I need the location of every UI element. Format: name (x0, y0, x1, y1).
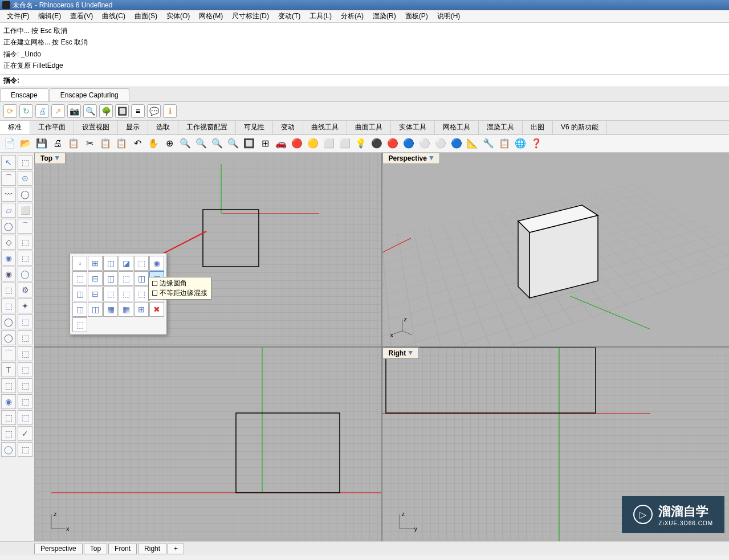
toolbar-tab-v6new[interactable]: V6 的新功能 (553, 121, 607, 134)
plugin-btn[interactable]: 💬 (147, 104, 161, 118)
left-tool-btn[interactable]: ⬚ (18, 155, 32, 170)
toolbar-tab-layout[interactable]: 工作视窗配置 (178, 121, 236, 134)
main-toolbar-btn[interactable]: 📐 (465, 136, 480, 151)
menu-curve[interactable]: 曲线(C) (97, 10, 130, 22)
left-tool-btn[interactable]: ◉ (1, 267, 16, 281)
menu-render[interactable]: 渲染(R) (368, 10, 401, 22)
left-tool-btn[interactable]: ⬚ (18, 251, 32, 265)
menu-mesh[interactable]: 网格(M) (194, 10, 227, 22)
flyout-tool-btn[interactable]: ◫ (134, 271, 149, 286)
toolbar-tab-display[interactable]: 显示 (118, 121, 148, 134)
toolbar-tab-cplane[interactable]: 工作平面 (30, 121, 74, 134)
left-tool-btn[interactable]: ⌒ (1, 346, 16, 361)
flyout-tool-btn[interactable]: ⬚ (119, 271, 133, 286)
main-toolbar-btn[interactable]: 📋 (497, 136, 512, 151)
toolbar-tab-standard[interactable]: 标准 (0, 121, 30, 134)
viewport-label-right[interactable]: Right (382, 348, 420, 359)
left-tool-btn[interactable]: ⌒ (18, 219, 32, 234)
left-tool-btn[interactable]: ◉ (1, 251, 16, 265)
toolbar-tab-visibility[interactable]: 可见性 (236, 121, 273, 134)
menu-transform[interactable]: 变动(T) (274, 10, 305, 22)
main-toolbar-btn[interactable]: ❓ (529, 136, 544, 151)
left-tool-btn[interactable]: ⬚ (1, 410, 16, 425)
toolbar-tab-select[interactable]: 选取 (148, 121, 178, 134)
toolbar-tab-solid[interactable]: 实体工具 (391, 121, 435, 134)
main-toolbar-btn[interactable]: 🔲 (242, 136, 256, 151)
main-toolbar-btn[interactable]: ⬜ (337, 136, 352, 151)
menu-dimension[interactable]: 尺寸标注(D) (227, 10, 274, 22)
main-toolbar-btn[interactable]: ⊕ (162, 136, 177, 151)
plugin-btn[interactable]: ↗ (51, 104, 65, 118)
plugin-btn[interactable]: 🖨 (35, 104, 49, 118)
command-line[interactable]: 指令: (0, 75, 729, 87)
left-tool-btn[interactable]: ⌒ (1, 171, 16, 186)
flyout-tool-btn[interactable]: ⬚ (119, 287, 133, 301)
main-toolbar-btn[interactable]: 📋 (66, 136, 81, 151)
plugin-btn[interactable]: ↻ (19, 104, 33, 118)
toolbar-tab-transform[interactable]: 变动 (273, 121, 303, 134)
main-toolbar-btn[interactable]: ⬜ (321, 136, 336, 151)
left-tool-btn[interactable]: ⬚ (18, 346, 32, 361)
menu-panels[interactable]: 面板(P) (401, 10, 433, 22)
main-toolbar-btn[interactable]: 🔴 (385, 136, 400, 151)
main-toolbar-btn[interactable]: 🌐 (513, 136, 528, 151)
main-toolbar-btn[interactable]: 📂 (18, 136, 33, 151)
left-tool-btn[interactable]: ✦ (18, 299, 32, 313)
viewport-right[interactable]: Right z y ▷ 溜溜自学 ZiXUE.3D66.COM (382, 348, 730, 541)
main-toolbar-btn[interactable]: 🔍 (178, 136, 193, 151)
tab-enscape[interactable]: Enscape (0, 88, 48, 101)
flyout-tool-btn[interactable]: ⊟ (88, 271, 103, 286)
left-tool-btn[interactable]: ⬚ (1, 378, 16, 393)
left-tool-btn[interactable]: ⬚ (1, 283, 16, 297)
left-tool-btn[interactable]: ⬚ (18, 314, 32, 329)
main-toolbar-btn[interactable]: 📄 (2, 136, 17, 151)
flyout-tool-btn[interactable]: ▫ (72, 256, 87, 271)
main-toolbar-btn[interactable]: 🔍 (226, 136, 241, 151)
left-tool-btn[interactable]: ⬚ (18, 362, 32, 377)
plugin-btn[interactable]: 📷 (67, 104, 81, 118)
left-tool-btn[interactable]: ⬚ (1, 299, 16, 313)
left-tool-btn[interactable]: ◉ (1, 394, 16, 409)
left-tool-btn[interactable]: ⬚ (18, 235, 32, 250)
flyout-tool-btn[interactable]: ◫ (72, 302, 87, 317)
flyout-tool-btn[interactable]: ▦ (119, 302, 133, 317)
main-toolbar-btn[interactable]: 🔵 (449, 136, 464, 151)
main-toolbar-btn[interactable]: ↶ (130, 136, 145, 151)
toolbar-tab-setview[interactable]: 设置视图 (74, 121, 118, 134)
toolbar-tab-render[interactable]: 渲染工具 (479, 121, 523, 134)
flyout-tool-btn[interactable]: ◪ (119, 256, 133, 271)
menu-analyze[interactable]: 分析(A) (336, 10, 368, 22)
flyout-tool-btn[interactable]: ✖ (149, 302, 164, 317)
main-toolbar-btn[interactable]: ⚪ (417, 136, 432, 151)
viewport-perspective[interactable]: Perspective z x (382, 153, 730, 346)
flyout-tool-btn[interactable]: ◉ (149, 256, 164, 271)
menu-solid[interactable]: 实体(O) (162, 10, 194, 22)
viewport-label-perspective[interactable]: Perspective (382, 153, 440, 164)
left-tool-btn[interactable]: ⬜ (18, 203, 32, 218)
command-input[interactable] (22, 76, 726, 84)
plugin-btn[interactable]: 🔍 (83, 104, 97, 118)
left-tool-btn[interactable]: ◇ (1, 235, 16, 250)
left-tool-btn[interactable]: ⊙ (18, 171, 32, 186)
left-tool-btn[interactable]: T (1, 362, 16, 377)
main-toolbar-btn[interactable]: 🟡 (306, 136, 320, 151)
flyout-tool-btn[interactable]: ◫ (103, 271, 118, 286)
left-tool-btn[interactable]: ⬚ (18, 442, 32, 457)
plugin-btn[interactable]: 🌳 (99, 104, 113, 118)
left-tool-btn[interactable]: ⚙ (18, 283, 32, 297)
left-tool-btn[interactable]: ▱ (1, 203, 16, 218)
left-tool-btn[interactable]: ⬚ (18, 378, 32, 393)
view-tab-perspective[interactable]: Perspective (34, 543, 83, 554)
toolbar-tab-curve[interactable]: 曲线工具 (303, 121, 347, 134)
left-tool-btn[interactable]: ⬚ (18, 330, 32, 345)
left-tool-btn[interactable]: ↖ (1, 155, 16, 170)
left-tool-btn[interactable]: ⬚ (18, 394, 32, 409)
toolbar-tab-drafting[interactable]: 出图 (523, 121, 553, 134)
plugin-btn[interactable]: ℹ (163, 104, 177, 118)
main-toolbar-btn[interactable]: 🔍 (194, 136, 209, 151)
left-tool-btn[interactable]: ◯ (18, 187, 32, 202)
main-toolbar-btn[interactable]: ✂ (82, 136, 97, 151)
flyout-tool-btn[interactable]: ⊞ (88, 256, 103, 271)
left-tool-btn[interactable]: ◯ (18, 267, 32, 281)
main-toolbar-btn[interactable]: 💡 (353, 136, 368, 151)
